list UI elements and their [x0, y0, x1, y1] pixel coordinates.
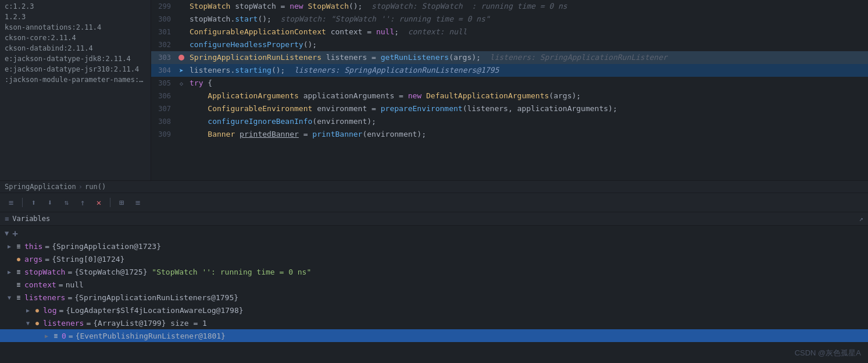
- var-equals-this: =: [45, 242, 49, 251]
- var-toggle-stopwatch[interactable]: ▶: [5, 267, 14, 276]
- variables-content[interactable]: ▼ + ▶ ≡ this = {SpringApplication@1723} …: [0, 226, 868, 363]
- line-num-309: 309: [151, 128, 176, 141]
- var-value-listeners: {SpringApplicationRunListeners@1795}: [74, 293, 238, 302]
- toolbar-divider-1: [22, 198, 23, 207]
- sidebar-item-1[interactable]: 1.2.3: [0, 12, 151, 22]
- var-row-args[interactable]: ▶ ● args = {String[0]@1724}: [0, 252, 868, 265]
- gutter-306: [176, 90, 187, 102]
- toolbar-divider-2: [110, 198, 110, 207]
- var-toggle-listeners-inner[interactable]: ▼: [23, 318, 33, 328]
- var-toggle-item-0[interactable]: ▶: [42, 331, 51, 340]
- gutter-301: [176, 26, 187, 38]
- var-row-listeners[interactable]: ▼ ≡ listeners = {SpringApplicationRunLis…: [0, 291, 868, 304]
- var-value-listeners-inner: {ArrayList@1799} size = 1: [93, 319, 207, 328]
- code-content-304: listeners.starting(); listeners: SpringA…: [187, 64, 868, 77]
- var-row-this[interactable]: ▶ ≡ this = {SpringApplication@1723}: [0, 240, 868, 252]
- line-num-303: 303: [151, 51, 176, 64]
- var-value-this: {SpringApplication@1723}: [52, 242, 161, 251]
- line-num-302: 302: [151, 38, 176, 51]
- var-toggle-args[interactable]: ▶: [5, 254, 14, 264]
- line-num-301: 301: [151, 26, 176, 38]
- var-equals-args: =: [45, 255, 49, 264]
- variables-panel: ≡ Variables ↗ ▼ + ▶ ≡ this = {SpringAppl…: [0, 212, 868, 363]
- line-num-305: 305: [151, 77, 176, 90]
- var-toggle-listeners[interactable]: ▼: [5, 293, 14, 302]
- line-num-308: 308: [151, 115, 176, 128]
- breadcrumb: SpringApplication › run(): [0, 180, 868, 193]
- add-watch-btn[interactable]: +: [12, 228, 18, 239]
- variables-expand-icon[interactable]: ↗: [859, 215, 863, 223]
- variables-title: Variables: [12, 215, 50, 223]
- filter-icon: ▼: [5, 229, 9, 237]
- var-key-item-0: 0: [62, 332, 66, 340]
- toolbar-updown-btn[interactable]: ⇅: [60, 196, 73, 209]
- code-content-307: ConfigurableEnvironment environment = pr…: [187, 102, 868, 115]
- var-icon-stopwatch: ≡: [14, 267, 23, 276]
- var-icon-this: ≡: [14, 241, 23, 251]
- var-value-item-0: {EventPublishingRunListener@1801}: [76, 332, 226, 340]
- sidebar-item-7[interactable]: :jackson-module-parameter-names:2.11.4: [0, 74, 151, 85]
- code-line-303: 303 SpringApplicationRunListeners listen…: [151, 51, 868, 64]
- gutter-304: ➤: [176, 64, 187, 77]
- toolbar-down-btn[interactable]: ⬇: [44, 196, 56, 209]
- toolbar-up2-btn[interactable]: ↑: [76, 196, 89, 209]
- gutter-308: [176, 115, 187, 128]
- code-line-307: 307 ConfigurableEnvironment environment …: [151, 102, 868, 115]
- code-content-305: try {: [187, 77, 868, 90]
- gutter-305: ◇: [176, 77, 187, 90]
- var-equals-listeners: =: [67, 293, 72, 302]
- var-key-listeners-inner: listeners: [43, 319, 84, 328]
- toolbar-list-btn[interactable]: ≡: [131, 196, 144, 209]
- var-value-stopwatch: {StopWatch@1725} "StopWatch '': running …: [74, 268, 311, 276]
- toolbar-menu-btn[interactable]: ≡: [5, 196, 17, 209]
- code-line-301: 301 ConfigurableApplicationContext conte…: [151, 26, 868, 38]
- sidebar-item-3[interactable]: ckson-core:2.11.4: [0, 33, 151, 43]
- code-line-308: 308 configureIgnoreBeanInfo(environment)…: [151, 115, 868, 128]
- code-line-309: 309 Banner printedBanner = printBanner(e…: [151, 128, 868, 141]
- var-toggle-this[interactable]: ▶: [5, 241, 14, 251]
- line-num-299: 299: [151, 0, 176, 13]
- var-row-listeners-inner[interactable]: ▼ ● listeners = {ArrayList@1799} size = …: [0, 316, 868, 329]
- var-key-stopwatch: stopWatch: [24, 268, 65, 276]
- gutter-302: [176, 38, 187, 51]
- line-num-307: 307: [151, 102, 176, 115]
- var-icon-listeners: ≡: [14, 293, 23, 302]
- var-toggle-log[interactable]: ▶: [23, 305, 33, 315]
- debug-arrow-icon: ➤: [179, 66, 184, 75]
- toolbar-up-btn[interactable]: ⬆: [27, 196, 40, 209]
- var-key-log: log: [43, 306, 56, 315]
- line-num-304: 304: [151, 64, 176, 77]
- var-icon-item-0: ≡: [51, 331, 60, 340]
- toolbar-grid-btn[interactable]: ⊞: [115, 196, 128, 209]
- var-key-args: args: [24, 255, 42, 264]
- debug-toolbar: ≡ ⬆ ⬇ ⇅ ↑ ✕ ⊞ ≡: [0, 193, 868, 212]
- sidebar-item-6[interactable]: e:jackson-datatype-jsr310:2.11.4: [0, 64, 151, 74]
- sidebar-item-5[interactable]: e:jackson-datatype-jdk8:2.11.4: [0, 54, 151, 64]
- var-row-log[interactable]: ▶ ● log = {LogAdapter$Slf4jLocationAware…: [0, 304, 868, 316]
- var-icon-args: ●: [14, 254, 23, 264]
- code-line-300: 300 stopWatch.start(); stopWatch: "StopW…: [151, 13, 868, 26]
- var-equals-log: =: [59, 306, 63, 315]
- gutter-307: [176, 102, 187, 115]
- toolbar-close-btn[interactable]: ✕: [92, 196, 105, 209]
- sidebar-item-2[interactable]: kson-annotations:2.11.4: [0, 22, 151, 33]
- gutter-299: [176, 0, 187, 13]
- code-content-308: configureIgnoreBeanInfo(environment);: [187, 115, 868, 128]
- var-row-context[interactable]: ▶ ≡ context = null: [0, 278, 868, 291]
- code-content-300: stopWatch.start(); stopWatch: "StopWatch…: [187, 13, 868, 26]
- line-num-306: 306: [151, 90, 176, 102]
- var-key-this: this: [24, 242, 42, 251]
- variables-header: ≡ Variables ↗: [0, 212, 868, 226]
- code-content-299: StopWatch stopWatch = new StopWatch(); s…: [187, 0, 868, 13]
- var-filter-row[interactable]: ▼ +: [0, 227, 868, 240]
- breadcrumb-method: run(): [85, 183, 106, 191]
- var-icon-log: ●: [33, 305, 42, 315]
- sidebar-item-0[interactable]: c:1.2.3: [0, 1, 151, 12]
- var-row-stopwatch[interactable]: ▶ ≡ stopWatch = {StopWatch@1725} "StopWa…: [0, 265, 868, 278]
- gutter-303: [176, 51, 187, 64]
- breakpoint-icon[interactable]: [178, 55, 184, 61]
- breadcrumb-separator: ›: [78, 183, 83, 191]
- var-row-item-0[interactable]: ▶ ≡ 0 = {EventPublishingRunListener@1801…: [0, 329, 868, 342]
- var-equals-context: =: [59, 280, 63, 289]
- sidebar-item-4[interactable]: ckson-databind:2.11.4: [0, 43, 151, 54]
